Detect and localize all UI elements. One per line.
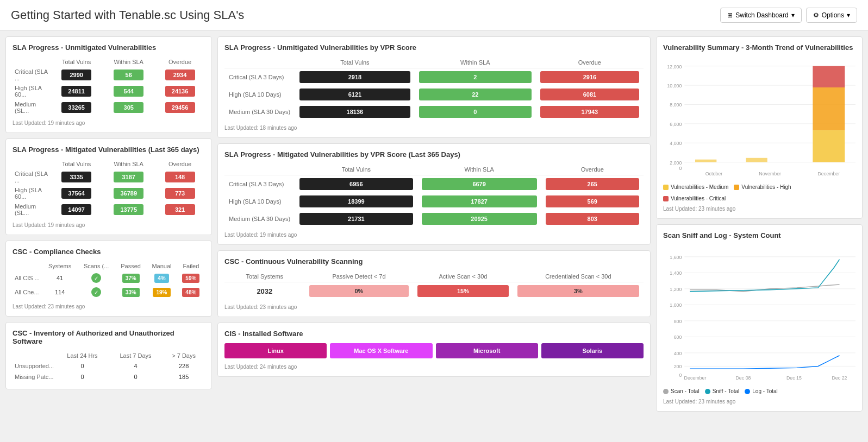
table-row: Critical (SLA ... 3335 3187 148: [13, 169, 205, 185]
compliance-panel: CSC - Compliance Checks Systems Scans (.…: [5, 241, 212, 317]
svg-text:0: 0: [679, 372, 682, 378]
scan-chart-legend: Scan - Total Sniff - Total Log - Total: [663, 388, 855, 394]
inventory-table: Last 24 Hrs Last 7 Days > 7 Days Unsuppo…: [13, 351, 205, 382]
svg-text:10,000: 10,000: [667, 83, 682, 89]
vuln-summary-panel: Vulnerability Summary - 3-Month Trend of…: [656, 36, 863, 219]
svg-text:0: 0: [679, 166, 682, 171]
linux-button[interactable]: Linux: [224, 343, 327, 358]
table-row: All CIS ... 41 ✓ 37% 4% 59%: [13, 271, 205, 285]
mac-os-button[interactable]: Mac OS X Software: [330, 343, 432, 358]
sniff-color: [705, 389, 710, 394]
scan-log-chart: 1,600 1,400 1,200 1,000 800 600 400 200 …: [663, 245, 855, 386]
svg-text:600: 600: [674, 334, 682, 340]
svg-rect-20: [746, 158, 767, 162]
svg-text:December: December: [817, 171, 840, 176]
sla-unmitigated-updated: Last Updated: 19 minutes ago: [13, 120, 205, 126]
sla-mitigated-table: Total Vulns Within SLA Overdue Critical …: [13, 159, 205, 218]
legend-log: Log - Total: [745, 388, 778, 394]
svg-text:800: 800: [674, 319, 682, 324]
right-column: Vulnerability Summary - 3-Month Trend of…: [656, 36, 863, 412]
medium-color: [663, 185, 669, 190]
svg-rect-18: [813, 66, 845, 87]
check-icon2: ✓: [91, 287, 101, 297]
high-color: [734, 185, 739, 190]
col-within-sla: Within SLA: [102, 57, 155, 67]
sla-mitigated-updated: Last Updated: 19 minutes ago: [13, 222, 205, 228]
svg-text:4,000: 4,000: [670, 141, 682, 146]
options-button[interactable]: ⚙ Options ▾: [806, 8, 857, 23]
vpr-mitigated-panel: SLA Progress - Mitigated Vulnerabilities…: [217, 143, 651, 245]
svg-rect-17: [813, 87, 845, 130]
vpr-unmitigated-table: Total Vulns Within SLA Overdue Critical …: [224, 57, 644, 121]
sla-unmitigated-panel: SLA Progress - Unmitigated Vulnerabiliti…: [5, 36, 212, 133]
vpr-unmitigated-title: SLA Progress - Unmitigated Vulnerabiliti…: [224, 43, 644, 52]
check-icon: ✓: [91, 273, 101, 283]
table-row: Critical (SLA ... 2990 56 2934: [13, 67, 205, 83]
vpr-mitigated-updated: Last Updated: 19 minutes ago: [224, 232, 644, 238]
sla-unmitigated-title: SLA Progress - Unmitigated Vulnerabiliti…: [13, 43, 205, 52]
svg-text:1,600: 1,600: [670, 255, 682, 260]
vuln-summary-chart: 12,000 10,000 8,000 6,000 4,000 2,000 0 …: [663, 57, 855, 182]
scan-log-panel: Scan Sniff and Log - System Count 1,600 …: [656, 224, 863, 412]
table-row: Medium (SLA 30 Days) 21731 20925 803: [224, 210, 644, 228]
scan-chart-svg: 1,600 1,400 1,200 1,000 800 600 400 200 …: [663, 245, 855, 386]
col-overdue: Overdue: [155, 159, 205, 169]
scan-log-title: Scan Sniff and Log - System Count: [663, 231, 855, 239]
scan-log-updated: Last Updated: 23 minutes ago: [663, 399, 855, 405]
svg-text:Dec 15: Dec 15: [786, 375, 802, 381]
table-row: Unsupported... 0 4 228: [13, 361, 205, 371]
left-column: SLA Progress - Unmitigated Vulnerabiliti…: [5, 36, 212, 412]
table-row: Critical (SLA 3 Days) 6956 6679 265: [224, 175, 644, 193]
log-color: [745, 389, 750, 394]
svg-text:1,000: 1,000: [670, 302, 682, 308]
col-overdue: Overdue: [155, 57, 205, 67]
legend-critical: Vulnerabilities - Critical: [663, 195, 726, 201]
table-row: Medium (SL... 33265 305 29456: [13, 99, 205, 116]
cvs-panel: CSC - Continuous Vulnerability Scanning …: [217, 250, 651, 317]
table-row: 2032 0% 15% 3%: [224, 282, 644, 300]
table-row: High (SLA 60... 24811 544 24136: [13, 83, 205, 99]
vuln-chart-legend: Vulnerabilities - Medium Vulnerabilities…: [663, 184, 855, 201]
inventory-title: CSC - Inventory of Authorized and Unauth…: [13, 329, 205, 345]
col-within: Within SLA: [102, 159, 155, 169]
vpr-mitigated-title: SLA Progress - Mitigated Vulnerabilities…: [224, 150, 644, 159]
chevron-down-icon: ▾: [791, 11, 795, 19]
compliance-title: CSC - Compliance Checks: [13, 248, 205, 256]
software-updated: Last Updated: 24 minutes ago: [224, 364, 644, 370]
vpr-mitigated-table: Total Vulns Within SLA Overdue Critical …: [224, 164, 644, 228]
svg-text:2,000: 2,000: [670, 160, 682, 166]
solaris-button[interactable]: Solaris: [541, 343, 644, 358]
legend-scan: Scan - Total: [663, 388, 700, 394]
switch-dashboard-button[interactable]: ⊞ Switch Dashboard ▾: [720, 8, 801, 23]
cvs-table: Total Systems Passive Detect < 7d Active…: [224, 271, 644, 300]
col-total-vulns: Total Vulns: [51, 57, 102, 67]
main-content: SLA Progress - Unmitigated Vulnerabiliti…: [0, 31, 868, 417]
legend-medium: Vulnerabilities - Medium: [663, 184, 728, 190]
svg-text:Dec 08: Dec 08: [735, 375, 751, 381]
software-panel: CIS - Installed Software Linux Mac OS X …: [217, 323, 651, 377]
inventory-panel: CSC - Inventory of Authorized and Unauth…: [5, 322, 212, 389]
table-row: Medium (SLA 30 Days) 18136 0 17943: [224, 103, 644, 121]
page-header: Getting Started with Tenable.sc Using SL…: [0, 0, 868, 31]
cvs-updated: Last Updated: 23 minutes ago: [224, 304, 644, 310]
grid-icon: ⊞: [727, 11, 733, 19]
svg-text:Dec 22: Dec 22: [832, 375, 847, 381]
legend-high: Vulnerabilities - High: [734, 184, 791, 190]
svg-rect-16: [813, 130, 845, 162]
sla-mitigated-title: SLA Progress - Mitigated Vulnerabilities…: [13, 146, 205, 154]
table-row: All Che... 114 ✓ 33% 19% 48%: [13, 285, 205, 299]
page-title: Getting Started with Tenable.sc Using SL…: [11, 8, 244, 22]
svg-text:1,400: 1,400: [670, 270, 682, 276]
header-actions: ⊞ Switch Dashboard ▾ ⚙ Options ▾: [720, 8, 857, 23]
table-row: Critical (SLA 3 Days) 2918 2 2916: [224, 68, 644, 86]
svg-text:12,000: 12,000: [667, 64, 682, 70]
svg-text:1,200: 1,200: [670, 287, 682, 292]
vpr-unmitigated-updated: Last Updated: 18 minutes ago: [224, 125, 644, 131]
microsoft-button[interactable]: Microsoft: [436, 343, 538, 358]
svg-text:8,000: 8,000: [670, 102, 682, 108]
vuln-summary-updated: Last Updated: 23 minutes ago: [663, 206, 855, 212]
svg-text:200: 200: [674, 364, 682, 369]
compliance-table: Systems Scans (... Passed Manual Failed …: [13, 261, 205, 299]
table-row: Missing Patc... 0 0 185: [13, 371, 205, 382]
sla-unmitigated-table: Total Vulns Within SLA Overdue Critical …: [13, 57, 205, 116]
